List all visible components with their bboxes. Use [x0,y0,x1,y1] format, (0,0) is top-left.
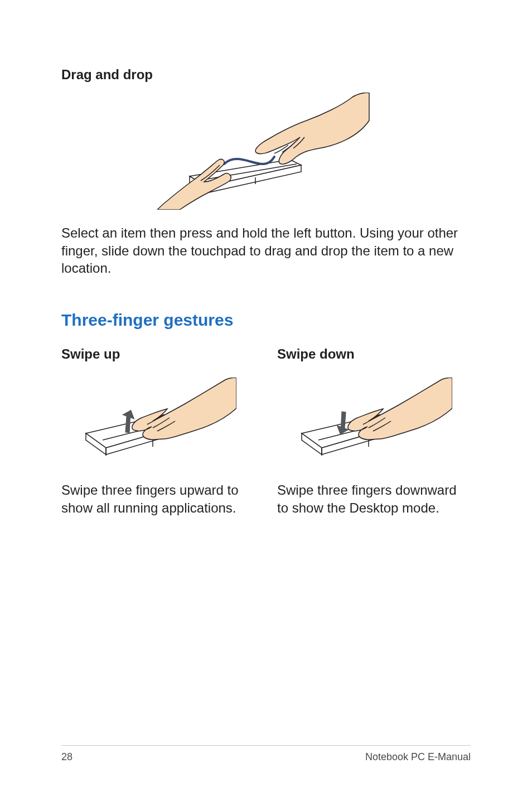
swipe-down-illustration [277,378,471,467]
drag-and-drop-description: Select an item then press and hold the l… [61,224,471,277]
three-finger-gestures-heading: Three-finger gestures [61,311,471,330]
footer-label: Notebook PC E-Manual [365,751,471,763]
page-number: 28 [61,751,72,763]
swipe-down-heading: Swipe down [277,346,471,362]
swipe-down-description: Swipe three fingers downward to show the… [277,481,471,516]
drag-and-drop-heading: Drag and drop [61,67,471,83]
swipe-up-description: Swipe three fingers upward to show all r… [61,481,255,516]
swipe-up-illustration [61,378,255,467]
drag-and-drop-illustration [61,93,471,210]
swipe-up-heading: Swipe up [61,346,255,362]
